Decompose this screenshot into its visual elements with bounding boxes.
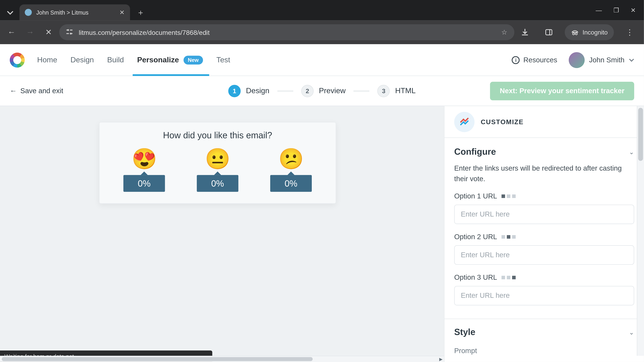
main-nav: Home Design Build Personalize New Test: [37, 44, 230, 76]
sentiment-option-2[interactable]: 😐 0%: [197, 148, 238, 192]
chevron-down-icon: ⌄: [629, 329, 634, 336]
new-badge: New: [183, 55, 203, 64]
svg-point-4: [67, 29, 69, 31]
bookmark-star-icon[interactable]: ☆: [500, 28, 508, 36]
step-indicator: 1 Design 2 Preview 3 HTML: [228, 85, 416, 97]
style-header[interactable]: Style ⌄: [454, 327, 634, 337]
percent-value: 0%: [284, 178, 297, 189]
dot-icon: [507, 276, 510, 279]
field-label-text: Option 1 URL: [454, 192, 497, 200]
dot-icon: [507, 194, 510, 198]
nav-design[interactable]: Design: [70, 44, 94, 76]
side-panel-icon[interactable]: [541, 24, 557, 40]
window-maximize-icon[interactable]: ❐: [614, 7, 619, 14]
horizontal-scrollbar[interactable]: ▶: [0, 356, 444, 362]
editor-subbar: ← Save and exit 1 Design 2 Preview 3 HTM…: [0, 76, 644, 106]
nav-label: Personalize: [137, 55, 179, 64]
incognito-icon: [571, 28, 579, 36]
sentiment-card: How did you like this email? 😍 0% 😐 0% 😕…: [99, 122, 336, 204]
svg-rect-1: [70, 29, 72, 30]
tab-title: John Smith > Litmus: [36, 9, 88, 16]
scroll-right-arrow-icon[interactable]: ▶: [439, 357, 443, 362]
step-label: Design: [246, 86, 270, 95]
svg-rect-6: [546, 30, 552, 35]
option-1-url-field: Option 1 URL: [454, 192, 634, 224]
step-preview[interactable]: 2 Preview: [301, 85, 346, 97]
option-3-url-field: Option 3 URL: [454, 274, 634, 305]
nav-home[interactable]: Home: [37, 44, 57, 76]
option-indicator-dots: [502, 235, 516, 239]
option-2-url-input[interactable]: [454, 245, 634, 265]
downloads-icon[interactable]: [517, 24, 533, 40]
nav-personalize[interactable]: Personalize New: [137, 44, 203, 76]
scrollbar-thumb[interactable]: [2, 357, 312, 361]
field-label-text: Option 3 URL: [454, 274, 497, 281]
address-bar[interactable]: litmus.com/personalize/documents/7868/ed…: [59, 24, 514, 40]
nav-label: Build: [107, 55, 124, 64]
user-menu[interactable]: John Smith: [569, 52, 634, 68]
new-tab-button[interactable]: ＋: [134, 6, 147, 18]
step-html[interactable]: 3 HTML: [378, 85, 416, 97]
emoji-neutral-icon: 😐: [205, 148, 230, 169]
dot-icon: [502, 276, 505, 279]
browser-menu-icon[interactable]: ⋮: [622, 24, 638, 40]
panel-header-title: CUSTOMIZE: [481, 118, 524, 125]
step-number: 3: [378, 85, 390, 97]
next-preview-button[interactable]: Next: Preview your sentiment tracker: [490, 82, 634, 100]
field-label-text: Option 2 URL: [454, 233, 497, 241]
chevron-down-icon: [629, 57, 634, 62]
save-and-exit-button[interactable]: ← Save and exit: [10, 87, 63, 95]
option-2-url-field: Option 2 URL: [454, 233, 634, 265]
step-separator: [278, 90, 293, 91]
site-settings-icon[interactable]: [66, 28, 73, 36]
cta-label: Next: Preview your sentiment tracker: [500, 87, 624, 95]
nav-test[interactable]: Test: [216, 44, 230, 76]
option-indicator-dots: [502, 276, 516, 279]
nav-label: Test: [216, 55, 230, 64]
stop-reload-button[interactable]: ✕: [41, 24, 57, 40]
style-title: Style: [454, 327, 475, 337]
chevron-down-icon: ⌄: [629, 148, 634, 155]
sentiment-option-1[interactable]: 😍 0%: [124, 148, 165, 192]
configure-title: Configure: [454, 147, 496, 157]
step-label: Preview: [319, 86, 346, 95]
dot-icon: [502, 194, 505, 198]
percent-bar: 0%: [197, 175, 238, 192]
svg-point-5: [70, 32, 72, 34]
resources-link[interactable]: i Resources: [512, 56, 557, 64]
sentiment-option-3[interactable]: 😕 0%: [270, 148, 312, 192]
incognito-label: Incognito: [582, 29, 608, 36]
percent-value: 0%: [138, 178, 150, 189]
dot-icon: [512, 235, 516, 239]
window-minimize-icon[interactable]: —: [596, 7, 602, 14]
dot-icon: [512, 194, 516, 198]
step-label: HTML: [395, 86, 416, 95]
svg-rect-2: [66, 33, 69, 34]
tab-close-icon[interactable]: ✕: [120, 9, 125, 16]
step-design[interactable]: 1 Design: [228, 85, 269, 97]
browser-toolbar: ← → ✕ litmus.com/personalize/documents/7…: [0, 20, 644, 44]
nav-label: Design: [70, 55, 94, 64]
litmus-logo[interactable]: [10, 52, 25, 67]
option-3-url-input[interactable]: [454, 286, 634, 305]
option-1-url-input[interactable]: [454, 205, 634, 224]
step-number: 2: [301, 85, 314, 97]
emoji-love-icon: 😍: [132, 148, 157, 169]
user-name: John Smith: [589, 56, 624, 64]
nav-build[interactable]: Build: [107, 44, 124, 76]
window-close-icon[interactable]: ✕: [630, 7, 636, 14]
forward-button[interactable]: →: [22, 24, 38, 40]
back-button[interactable]: ←: [4, 24, 20, 40]
info-icon: i: [512, 56, 520, 64]
vertical-scrollbar[interactable]: [637, 106, 644, 356]
dot-icon: [512, 276, 516, 279]
field-label: Option 1 URL: [454, 192, 634, 200]
configure-header[interactable]: Configure ⌄: [454, 147, 634, 157]
avatar: [569, 52, 585, 68]
window-controls: — ❐ ✕: [596, 0, 641, 20]
browser-tab[interactable]: John Smith > Litmus ✕: [20, 4, 130, 20]
panel-header: CUSTOMIZE: [444, 106, 644, 138]
scrollbar-thumb[interactable]: [638, 108, 643, 161]
incognito-indicator[interactable]: Incognito: [565, 24, 614, 40]
tab-search-button[interactable]: [3, 5, 18, 20]
